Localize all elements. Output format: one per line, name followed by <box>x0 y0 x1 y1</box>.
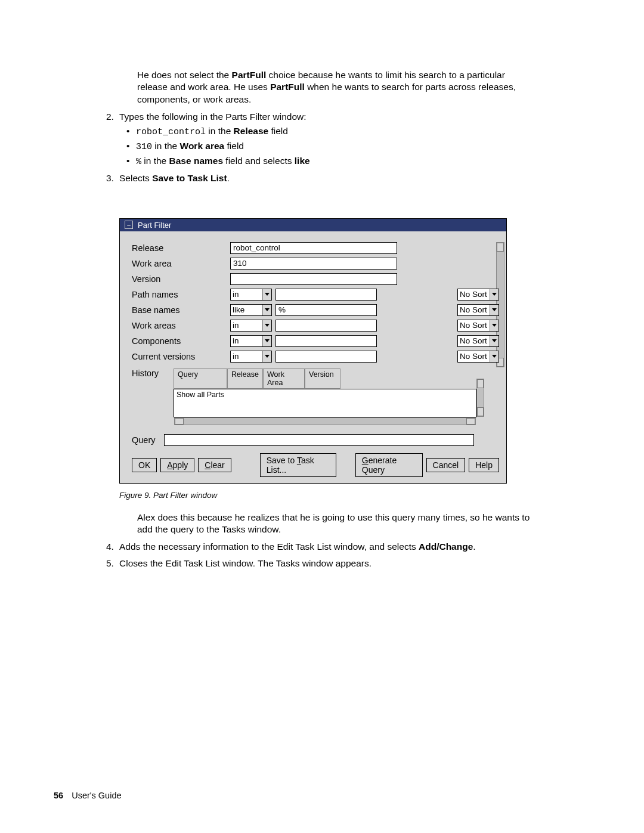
after-paragraph: Alex does this because he realizes that … <box>137 512 537 537</box>
field-name: Base names <box>169 156 223 166</box>
text: Selects <box>119 173 152 183</box>
history-listbox[interactable]: Show all Parts <box>174 389 476 417</box>
label-pathnames: Path names <box>132 290 230 299</box>
titlebar: – Part Filter <box>120 219 506 231</box>
basenames-op-select[interactable]: like <box>230 304 272 316</box>
header-workarea[interactable]: Work Area <box>263 368 305 389</box>
footer-title: User's Guide <box>72 791 121 800</box>
text: field and selects <box>223 156 295 166</box>
cancel-button[interactable]: Cancel <box>426 458 466 472</box>
history-hscroll[interactable] <box>174 417 476 425</box>
label-components: Components <box>132 336 230 346</box>
history-item[interactable]: Show all Parts <box>174 389 476 400</box>
page-footer: 56 User's Guide <box>54 791 122 800</box>
sort-value: No Sort <box>460 352 487 361</box>
page-number: 56 <box>54 791 63 800</box>
bullet-release: robot_control in the Release field <box>136 124 537 139</box>
text: in the <box>206 126 234 136</box>
workareas-value-input[interactable] <box>275 320 377 332</box>
chevron-down-icon <box>492 339 497 342</box>
sort-value: No Sort <box>460 336 487 345</box>
field-name: Release <box>234 126 269 136</box>
clear-button[interactable]: Clear <box>198 458 231 472</box>
step-number: 4. <box>106 540 114 553</box>
system-menu-icon[interactable]: – <box>125 221 133 229</box>
chevron-down-icon <box>265 293 270 296</box>
components-op-select[interactable]: in <box>230 335 272 347</box>
op-value: like <box>233 305 244 314</box>
part-filter-window: – Part Filter Release robot_control Work… <box>119 218 507 484</box>
text: . <box>227 173 230 183</box>
text: field <box>268 126 288 136</box>
chevron-down-icon <box>265 355 270 358</box>
apply-button[interactable]: Apply <box>160 458 194 472</box>
chevron-down-icon <box>265 339 270 342</box>
text: field <box>224 141 244 151</box>
chevron-down-icon <box>265 324 270 327</box>
ok-button[interactable]: OK <box>132 458 157 472</box>
text: Closes the Edit Task List window. The Ta… <box>119 558 371 568</box>
chevron-down-icon <box>492 293 497 296</box>
header-version[interactable]: Version <box>305 368 340 389</box>
help-button[interactable]: Help <box>469 458 499 472</box>
basenames-value-input[interactable]: % <box>275 304 377 316</box>
chevron-down-icon <box>492 324 497 327</box>
figure-caption: Figure 9. Part Filter window <box>119 491 578 500</box>
query-input[interactable] <box>164 434 474 446</box>
intro-paragraph: He does not select the PartFull choice b… <box>137 69 537 107</box>
label-workarea: Work area <box>132 259 230 268</box>
history-vscroll[interactable] <box>476 379 484 417</box>
currentversions-op-select[interactable]: in <box>230 351 272 363</box>
pathnames-value-input[interactable] <box>275 289 377 301</box>
basenames-sort-select[interactable]: No Sort <box>457 304 499 316</box>
pathnames-sort-select[interactable]: No Sort <box>457 289 499 301</box>
workarea-input[interactable]: 310 <box>230 258 397 270</box>
bold-term: PartFull <box>232 70 267 80</box>
release-input[interactable]: robot_control <box>230 242 397 254</box>
code: 310 <box>136 142 152 152</box>
op-value: in <box>233 352 239 361</box>
workareas-sort-select[interactable]: No Sort <box>457 320 499 332</box>
currentversions-sort-select[interactable]: No Sort <box>457 351 499 363</box>
bold-term: like <box>295 156 310 166</box>
step-4: 4. Adds the necessary information to the… <box>119 540 537 553</box>
op-value: in <box>233 336 239 345</box>
header-query[interactable]: Query <box>174 368 227 389</box>
text: in the <box>141 156 169 166</box>
pathnames-op-select[interactable]: in <box>230 289 272 301</box>
code: % <box>136 157 141 167</box>
header-release[interactable]: Release <box>227 368 263 389</box>
components-value-input[interactable] <box>275 335 377 347</box>
step-lead: Types the following in the Parts Filter … <box>119 112 306 122</box>
workareas-op-select[interactable]: in <box>230 320 272 332</box>
label-history: History <box>132 368 174 417</box>
op-value: in <box>233 321 239 330</box>
step-number: 2. <box>106 110 114 123</box>
version-input[interactable] <box>230 273 397 285</box>
save-to-task-list-button[interactable]: Save to Task List... <box>260 453 336 477</box>
label-currentversions: Current versions <box>132 352 230 361</box>
op-value: in <box>233 290 239 299</box>
bold-term: Save to Task List <box>152 173 227 183</box>
sort-value: No Sort <box>460 305 487 314</box>
step-3: 3. Selects Save to Task List. <box>119 171 537 185</box>
step-5: 5. Closes the Edit Task List window. The… <box>119 556 537 570</box>
bold-term: Add/Change <box>419 541 473 552</box>
bullet-workarea: 310 in the Work area field <box>136 139 537 154</box>
bullet-basenames: % in the Base names field and selects li… <box>136 154 537 169</box>
components-sort-select[interactable]: No Sort <box>457 335 499 347</box>
label-release: Release <box>132 243 230 253</box>
field-name: Work area <box>180 141 225 151</box>
text: in the <box>152 141 180 151</box>
chevron-down-icon <box>492 308 497 311</box>
chevron-down-icon <box>265 308 270 311</box>
text: . <box>473 541 475 552</box>
text: Adds the necessary information to the Ed… <box>119 541 419 552</box>
step-2: 2. Types the following in the Parts Filt… <box>119 110 537 169</box>
label-workareas: Work areas <box>132 321 230 330</box>
currentversions-value-input[interactable] <box>275 351 377 363</box>
label-query: Query <box>132 435 156 445</box>
step-number: 3. <box>106 171 114 185</box>
generate-query-button[interactable]: Generate Query <box>355 453 423 477</box>
step-number: 5. <box>106 556 114 570</box>
